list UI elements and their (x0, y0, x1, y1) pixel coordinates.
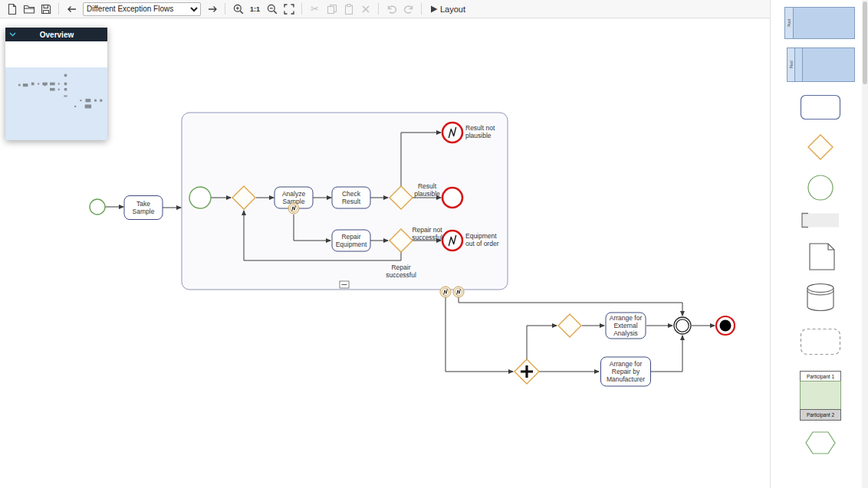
fit-content-button[interactable] (281, 1, 297, 17)
undo-icon (386, 3, 398, 15)
label-result-not-plausible: Result notplausible (465, 124, 495, 139)
overview-empty-area (5, 41, 107, 67)
redo-icon (403, 3, 415, 15)
task-take-sample[interactable]: TakeSample (124, 196, 163, 220)
gateway-4[interactable] (558, 314, 581, 337)
delete-button[interactable] (357, 1, 373, 17)
zoom-out-button[interactable] (264, 1, 280, 17)
end-error-result-not-plausible[interactable] (442, 123, 462, 142)
overview-panel: Overview (5, 28, 107, 140)
bpmn-editor-app: Different Exception Flows 1:1 (0, 0, 868, 488)
boundary-error-subprocess-2[interactable] (453, 287, 464, 297)
copy-button[interactable] (324, 1, 340, 17)
new-document-icon (6, 3, 18, 15)
label-result-plausible: Resultplausible (414, 182, 440, 198)
arrow-left-icon (66, 3, 78, 15)
fit-content-icon (283, 3, 295, 15)
palette-event[interactable] (771, 173, 868, 202)
collapse-marker[interactable] (340, 281, 349, 288)
copy-icon (326, 3, 338, 15)
previous-diagram-button[interactable] (64, 1, 80, 17)
label-equipment-out-of-order: Equipmentout of order (465, 232, 499, 247)
cut-button[interactable]: ✂ (307, 1, 323, 17)
boundary-error-subprocess-1[interactable] (440, 287, 451, 297)
start-event-inner[interactable] (189, 187, 211, 208)
palette-pool-with-lane[interactable]: Pool (771, 47, 863, 83)
save-icon (40, 3, 52, 15)
gateway-parallel[interactable] (515, 359, 539, 384)
palette-pool-horizontal[interactable]: Pool (771, 6, 863, 40)
palette-task[interactable] (771, 93, 868, 121)
arrow-right-icon (206, 3, 219, 15)
end-error-equipment-out-of-order[interactable] (442, 231, 462, 251)
flow-boundary-1-to-parallel-gateway[interactable] (446, 297, 513, 372)
delete-x-icon (360, 3, 372, 15)
group-shape (801, 329, 840, 355)
layout-button[interactable]: Layout (426, 1, 469, 17)
svg-text:Arrange forExternalAnalysis: Arrange forExternalAnalysis (610, 314, 643, 337)
svg-text:CheckResult: CheckResult (342, 190, 361, 205)
minimap-svg[interactable] (5, 67, 107, 140)
diagram-canvas[interactable]: TakeSampleAnalyzeSampleCheckResultRepair… (0, 18, 770, 488)
chevron-down-icon[interactable] (9, 32, 16, 37)
diagram-select[interactable]: Different Exception Flows (83, 2, 201, 16)
overview-minimap[interactable] (5, 67, 107, 140)
zoom-actual-label: 1:1 (250, 5, 260, 13)
paste-button[interactable] (340, 1, 357, 17)
flow-boundary-2-to-merge-event[interactable] (459, 297, 682, 316)
participant-top-label: Participant 1 (807, 374, 835, 380)
start-event[interactable] (90, 199, 105, 215)
new-document-button[interactable] (4, 1, 20, 17)
flow-arrange-repair-to-merge[interactable] (651, 336, 682, 372)
task-shape (801, 96, 840, 120)
toolbar-separator (378, 3, 379, 15)
toolbar-separator (225, 3, 225, 15)
palette-participants-pool[interactable]: Participant 1 Participant 2 (771, 371, 868, 421)
overview-title: Overview (16, 31, 97, 39)
open-button[interactable] (21, 1, 37, 17)
next-diagram-button[interactable] (204, 1, 220, 17)
zoom-actual-button[interactable]: 1:1 (247, 1, 263, 17)
palette-annotation[interactable] (771, 211, 868, 230)
gateway-shape (808, 135, 833, 159)
overview-header[interactable]: Overview (5, 28, 107, 41)
open-folder-icon (23, 3, 35, 15)
palette-scrollbar-thumb[interactable] (863, 2, 867, 84)
pool-label: Pool (789, 61, 794, 68)
task-check-result[interactable]: CheckResult (332, 187, 370, 208)
cut-scissors-icon: ✂ (311, 4, 319, 14)
palette: Pool Pool (770, 0, 868, 488)
toolbar-separator (421, 3, 422, 15)
toolbar: Different Exception Flows 1:1 (0, 0, 770, 18)
palette-gateway[interactable] (771, 133, 868, 161)
task-arrange-external-analysis[interactable]: Arrange forExternalAnalysis (606, 313, 646, 339)
task-arrange-repair-manufacturer[interactable]: Arrange forRepair byManufacturer (601, 357, 651, 386)
save-button[interactable] (38, 1, 54, 17)
svg-text:Arrange forRepair byManufactur: Arrange forRepair byManufacturer (607, 360, 645, 383)
hexagon-shape (806, 432, 835, 454)
diagram-svg[interactable]: TakeSampleAnalyzeSampleCheckResultRepair… (0, 18, 770, 488)
annotation-bar (802, 214, 839, 228)
zoom-in-icon (232, 3, 245, 15)
palette-hexagon[interactable] (771, 429, 868, 457)
toolbar-separator (301, 3, 302, 15)
undo-button[interactable] (383, 1, 399, 17)
merge-event[interactable] (674, 317, 691, 334)
pool-label: Pool (787, 19, 791, 27)
play-icon (429, 4, 439, 15)
terminate-event[interactable] (716, 316, 735, 335)
zoom-out-icon (266, 3, 278, 15)
event-shape (808, 175, 833, 200)
redo-button[interactable] (400, 1, 416, 17)
end-result-plausible[interactable] (442, 188, 462, 208)
palette-data-object[interactable] (771, 242, 868, 271)
palette-data-store[interactable] (771, 282, 868, 314)
layout-button-label: Layout (440, 5, 465, 14)
palette-scrollbar[interactable] (862, 0, 868, 488)
boundary-error-analyze[interactable] (288, 203, 299, 214)
flow-parallel-to-gateway-4[interactable] (527, 326, 557, 359)
palette-group[interactable] (771, 328, 868, 355)
zoom-in-button[interactable] (230, 1, 246, 17)
task-repair-equipment[interactable]: RepairEquipment (332, 230, 370, 251)
label-repair-not-successful: Repair notsuccessful (412, 226, 442, 241)
